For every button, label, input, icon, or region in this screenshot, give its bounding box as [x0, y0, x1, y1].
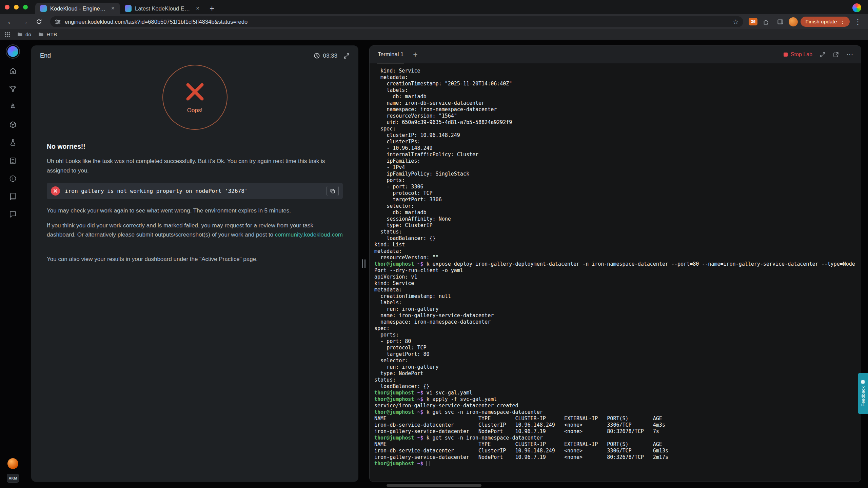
- oops-label: Oops!: [187, 107, 202, 114]
- dashboard-text: You can also view your results in your d…: [47, 255, 343, 264]
- bookmark-label: HTB: [46, 32, 57, 38]
- book-icon[interactable]: [9, 192, 17, 202]
- open-in-new-icon[interactable]: [833, 52, 839, 58]
- result-intro-text: Uh oh! Looks like the task was not compl…: [47, 157, 343, 175]
- extension-badge[interactable]: 36: [749, 18, 757, 25]
- window-controls: [5, 0, 28, 14]
- kodekloud-logo[interactable]: [7, 46, 18, 57]
- cube-icon[interactable]: [9, 121, 17, 130]
- forward-button[interactable]: →: [19, 16, 31, 27]
- expand-terminal-icon[interactable]: [820, 52, 826, 58]
- browser-tab-latest-engineer[interactable]: Latest KodeKloud Engineer t ×: [120, 3, 205, 14]
- feedback-icon: [861, 380, 865, 384]
- terminal-tab[interactable]: Terminal 1: [377, 46, 404, 63]
- copy-error-button[interactable]: [327, 186, 339, 196]
- expand-panel-icon[interactable]: [343, 53, 350, 59]
- new-terminal-button[interactable]: +: [413, 50, 417, 59]
- minimize-window-button[interactable]: [14, 5, 19, 9]
- terminal-menu-icon[interactable]: ⋯: [846, 50, 853, 59]
- chrome-menu-icon[interactable]: ⋮: [852, 18, 863, 26]
- workspace: End 03:33: [26, 40, 868, 488]
- bookmarks-bar: do HTB: [0, 29, 868, 40]
- error-message-text: iron gallery is not working properly on …: [65, 188, 322, 194]
- error-cross-icon: [184, 81, 206, 103]
- browser-tabstrip: KodeKloud - Engineer | Task × Latest Kod…: [0, 0, 868, 14]
- timer-value: 03:33: [323, 53, 337, 59]
- browser-profile-avatar[interactable]: [852, 3, 861, 12]
- panel-resize-handle[interactable]: [358, 45, 369, 482]
- reload-button[interactable]: [33, 16, 45, 27]
- back-button[interactable]: ←: [5, 16, 16, 27]
- new-tab-button[interactable]: +: [205, 3, 219, 14]
- result-heading: No worries!!: [47, 143, 343, 150]
- learning-path-icon[interactable]: [9, 85, 17, 94]
- akm-badge[interactable]: AKM: [7, 474, 19, 483]
- feedback-tab[interactable]: Feedback: [858, 373, 868, 414]
- user-avatar[interactable]: [7, 458, 18, 469]
- address-bar[interactable]: engineer.kodekloud.com/task?id=680b50751…: [50, 16, 743, 27]
- terminal-panel: Terminal 1 + Stop Lab ⋯: [369, 45, 861, 482]
- stop-lab-label: Stop Lab: [791, 52, 812, 58]
- close-window-button[interactable]: [5, 5, 9, 9]
- url-text: engineer.kodekloud.com/task?id=680b50751…: [65, 19, 729, 25]
- finish-update-label: Finish update: [805, 19, 837, 25]
- error-icon: [51, 186, 60, 196]
- browser-navbar: ← → engineer.kodekloud.com/task?id=680b5…: [0, 14, 868, 29]
- stop-icon: [784, 53, 788, 57]
- home-icon[interactable]: [9, 67, 17, 76]
- oops-circle: Oops!: [162, 65, 228, 130]
- tune-icon[interactable]: [55, 19, 61, 25]
- tab-close-icon[interactable]: ×: [195, 5, 200, 12]
- browser-tab-kodekloud-task[interactable]: KodeKloud - Engineer | Task ×: [35, 3, 120, 14]
- tab-title: KodeKloud - Engineer | Task: [50, 5, 107, 12]
- chat-icon[interactable]: [9, 210, 17, 220]
- app-viewport: AKM End 03:33: [0, 40, 868, 488]
- kodekloud-favicon: [125, 5, 132, 12]
- terminal-header: Terminal 1 + Stop Lab ⋯: [370, 46, 861, 63]
- extensions-puzzle-icon[interactable]: [760, 16, 772, 27]
- info-icon[interactable]: [9, 175, 17, 184]
- task-body: Oops! No worries!! Uh oh! Looks like the…: [31, 59, 358, 269]
- app-sidebar: AKM: [0, 40, 26, 488]
- bookmark-label: do: [25, 32, 31, 38]
- tab-close-icon[interactable]: ×: [111, 5, 115, 12]
- review-text: If you think you did your work correctly…: [47, 221, 343, 240]
- tab-title: Latest KodeKloud Engineer t: [135, 5, 192, 12]
- error-message-bar: iron gallery is not working properly on …: [47, 183, 343, 199]
- account-avatar[interactable]: [789, 17, 798, 26]
- community-link[interactable]: community.kodekloud.com: [275, 231, 343, 238]
- rocket-icon[interactable]: [9, 103, 17, 112]
- kodekloud-favicon: [40, 5, 47, 12]
- window-resize-bar[interactable]: [387, 484, 481, 487]
- notes-icon[interactable]: [9, 157, 17, 166]
- finish-update-menu-icon: ⋮: [840, 19, 845, 25]
- bookmark-star-icon[interactable]: ☆: [733, 18, 738, 26]
- end-button[interactable]: End: [40, 52, 51, 59]
- stop-lab-button[interactable]: Stop Lab: [784, 52, 812, 58]
- bookmark-folder-do[interactable]: do: [17, 32, 31, 38]
- bookmark-folder-htb[interactable]: HTB: [38, 32, 57, 38]
- clock-icon: [314, 53, 320, 59]
- terminal-output[interactable]: kind: Service metadata: creationTimestam…: [370, 63, 861, 482]
- folder-icon: [38, 32, 44, 37]
- task-timer: 03:33: [314, 53, 337, 59]
- check-work-text: You may check your work again to see wha…: [47, 206, 343, 216]
- feedback-label: Feedback: [861, 386, 866, 406]
- zoom-window-button[interactable]: [23, 5, 28, 9]
- side-panel-icon[interactable]: [774, 16, 786, 27]
- finish-update-button[interactable]: Finish update ⋮: [801, 17, 850, 27]
- flask-icon[interactable]: [9, 139, 17, 148]
- task-result-panel: End 03:33: [31, 45, 358, 482]
- screen: KodeKloud - Engineer | Task × Latest Kod…: [0, 0, 868, 488]
- apps-grid-icon[interactable]: [5, 32, 10, 37]
- task-header: End 03:33: [31, 45, 358, 59]
- folder-icon: [17, 32, 23, 37]
